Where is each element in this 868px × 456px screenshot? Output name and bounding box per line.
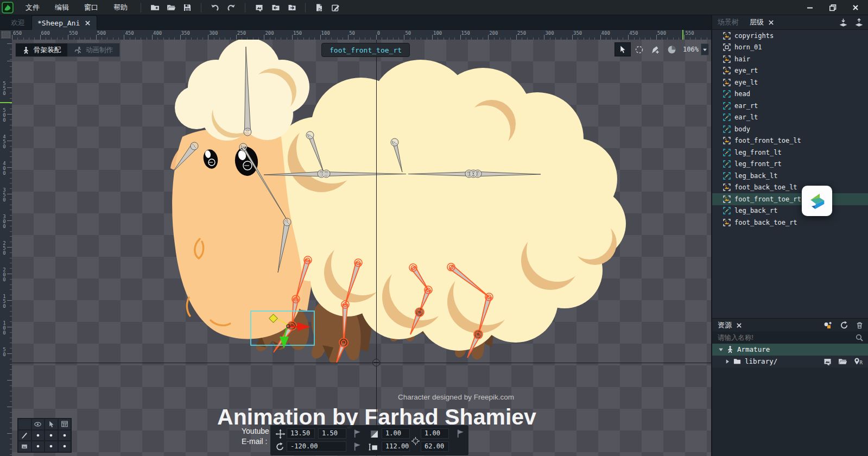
menu-1[interactable]: 编辑: [47, 0, 77, 15]
layer-mesh-icon: [723, 172, 731, 180]
stage-canvas[interactable]: Character designed by Freepik.com Animat…: [12, 40, 711, 456]
layer-row-foot_front_toe_rt[interactable]: foot_front_toe_rt: [712, 193, 868, 205]
minimize-window-button[interactable]: [800, 1, 820, 14]
redo-button[interactable]: [224, 1, 238, 14]
layer-row-hair[interactable]: hair: [712, 53, 868, 65]
layer-row-eye_lt[interactable]: eye_lt: [712, 77, 868, 88]
undo-button[interactable]: [208, 1, 222, 14]
refresh-icon[interactable]: [840, 321, 848, 330]
palette-image-list-toggle[interactable]: [58, 441, 72, 452]
tab-hierarchy[interactable]: 层级: [744, 17, 780, 27]
palette-bone-visibility-toggle[interactable]: [31, 430, 45, 441]
save-button[interactable]: [180, 1, 194, 14]
import-image-icon[interactable]: [823, 357, 832, 366]
mode-animation-button[interactable]: 动画制作: [67, 43, 119, 56]
tab-scene-tree[interactable]: 场景树: [712, 17, 744, 27]
open-project-button[interactable]: [164, 1, 178, 14]
armature-label: Armature: [737, 345, 770, 353]
zoom-dropdown[interactable]: [701, 43, 709, 55]
export-file-button[interactable]: [312, 1, 326, 14]
palette-image-select-toggle[interactable]: [45, 441, 58, 452]
hruler-label: 50: [349, 30, 355, 36]
layer-row-ear_rt[interactable]: ear_rt: [712, 100, 868, 112]
add-asset-icon[interactable]: [823, 321, 833, 330]
hierarchy-tab-close-icon[interactable]: [768, 19, 775, 26]
screen-capture-overlay-icon[interactable]: [802, 186, 832, 216]
edit-project-button[interactable]: [328, 1, 343, 14]
trash-icon[interactable]: [856, 321, 864, 330]
import-image-button[interactable]: [252, 1, 266, 14]
menubar: 文件编辑窗口帮助: [0, 0, 868, 15]
resource-search-input[interactable]: [717, 333, 855, 342]
export-to-button[interactable]: [284, 1, 299, 14]
layer-row-leg_front_lt[interactable]: leg_front_lt: [712, 147, 868, 159]
new-project-button[interactable]: [148, 1, 162, 14]
tab-welcome[interactable]: 欢迎: [4, 15, 31, 30]
move-layer-up-icon[interactable]: [854, 18, 864, 27]
edit-project-icon: [331, 3, 340, 12]
rotation-field[interactable]: -120.00: [287, 441, 346, 452]
palette-bone-list-toggle[interactable]: [58, 430, 72, 441]
resource-tree-library[interactable]: library/ R: [712, 356, 868, 368]
pivot-icon[interactable]: [410, 435, 421, 446]
sheep-artwork[interactable]: Character designed by Freepik.com Animat…: [12, 40, 711, 456]
view-pie-button[interactable]: [663, 42, 680, 56]
create-bone-button[interactable]: [647, 42, 663, 56]
width-field[interactable]: 112.00: [382, 441, 410, 452]
undo-icon: [210, 3, 220, 12]
search-icon: [855, 333, 864, 342]
layer-row-head[interactable]: head: [712, 88, 868, 100]
position-key-flag-icon[interactable]: [352, 428, 363, 439]
collapsed-caret-icon[interactable]: [724, 358, 731, 365]
palette-visibility-header[interactable]: [31, 419, 45, 430]
move-layer-down-icon[interactable]: [839, 18, 848, 27]
artwork-email-text: E-mail :: [242, 437, 267, 446]
tab-resources[interactable]: 资源: [712, 320, 748, 330]
layer-row-leg_back_lt[interactable]: leg_back_lt: [712, 170, 868, 182]
expand-caret-icon[interactable]: [718, 346, 724, 353]
layer-row-leg_back_rt[interactable]: leg_back_rt: [712, 205, 868, 217]
layer-list: copyrightshorn_01haireye_rteye_ltheadear…: [712, 30, 868, 318]
hruler-label: 350: [181, 30, 190, 36]
resources-tab-close-icon[interactable]: [736, 322, 743, 329]
cursor-tool-button[interactable]: [614, 42, 631, 56]
close-window-button[interactable]: [845, 1, 866, 14]
scale-y-field[interactable]: 1.00: [421, 428, 449, 439]
restore-window-button[interactable]: [822, 1, 843, 14]
scale-x-field[interactable]: 1.00: [382, 428, 410, 439]
palette-image-visibility-toggle[interactable]: [31, 441, 45, 452]
location-pin-icon[interactable]: R: [853, 357, 864, 366]
menu-2[interactable]: 窗口: [77, 0, 106, 15]
vertical-ruler: 55050045040035030025020015010050: [0, 40, 12, 456]
toolbar-separator: [201, 3, 201, 12]
layer-row-foot_back_toe_rt[interactable]: foot_back_toe_rt: [712, 217, 868, 229]
marquee-tool-button[interactable]: [631, 42, 647, 56]
layer-row-leg_front_rt[interactable]: leg_front_rt: [712, 159, 868, 170]
transform-x-field[interactable]: 13.50: [287, 428, 315, 439]
palette-bone-select-toggle[interactable]: [45, 430, 58, 441]
hruler-label: 100: [433, 30, 442, 36]
height-field[interactable]: 62.00: [421, 441, 449, 452]
transform-y-field[interactable]: 1.50: [318, 428, 346, 439]
layer-row-foot_back_toe_lt[interactable]: foot_back_toe_lt: [712, 182, 868, 194]
layer-row-foot_front_toe_lt[interactable]: foot_front_toe_lt: [712, 135, 868, 147]
palette-select-header[interactable]: [45, 419, 58, 430]
layer-row-body[interactable]: body: [712, 123, 868, 135]
menu-3[interactable]: 帮助: [106, 0, 135, 15]
tab-close-icon[interactable]: [84, 20, 91, 27]
menu-0[interactable]: 文件: [18, 0, 47, 15]
resource-tree-armature[interactable]: Armature: [712, 344, 868, 356]
mode-rigging-button[interactable]: 骨架装配: [16, 43, 67, 56]
layer-row-horn_01[interactable]: horn_01: [712, 42, 868, 54]
rotation-key-flag-icon[interactable]: [352, 441, 363, 452]
tab-sheep-ani[interactable]: *Sheep_Ani: [31, 15, 97, 30]
scale-key-flag-icon[interactable]: [455, 428, 466, 439]
hruler-label: 100: [321, 30, 330, 36]
layer-row-ear_lt[interactable]: ear_lt: [712, 112, 868, 124]
layer-row-eye_rt[interactable]: eye_rt: [712, 65, 868, 77]
layer-row-copyrights[interactable]: copyrights: [712, 30, 868, 42]
open-folder-icon[interactable]: [838, 357, 847, 366]
palette-list-header[interactable]: [58, 419, 72, 430]
import-from-button[interactable]: [268, 1, 282, 14]
layer-image-icon: [723, 32, 731, 40]
